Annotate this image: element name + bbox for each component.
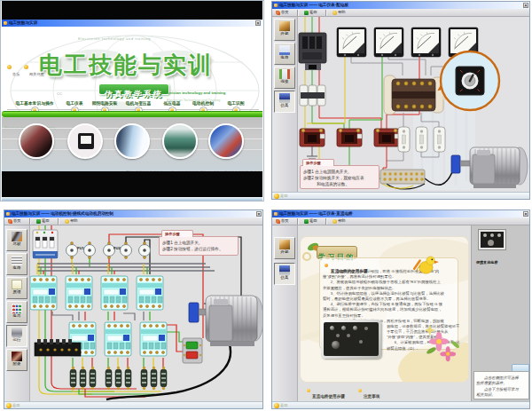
- circuit-breaker[interactable]: [33, 230, 58, 258]
- help-button[interactable]: 帮助: [331, 9, 352, 16]
- music-label[interactable]: 音乐: [12, 64, 25, 80]
- sidebar-button-equipment[interactable]: 器材: [6, 229, 27, 251]
- window-icon: [6, 212, 10, 216]
- photo-components[interactable]: [208, 123, 244, 159]
- home-button[interactable]: 首页: [274, 217, 295, 225]
- sidebar-button-run[interactable]: 运行: [6, 325, 27, 347]
- parts-sidebar: 便携直流电桥 帮 助 点击右侧图片可选择 您所需要的器件。 点击下方按钮可学习 …: [471, 225, 529, 401]
- sidebar-button-simulation[interactable]: 仿真: [274, 91, 295, 113]
- fuse-trio: [300, 85, 325, 106]
- thumbnail-label-wrap: 便携直流电桥: [475, 252, 514, 268]
- status-hint: 返回: [280, 403, 287, 408]
- status-ball-icon[interactable]: [274, 403, 279, 408]
- home-button[interactable]: 首页: [274, 9, 295, 16]
- home-icon: [8, 219, 12, 224]
- info-dot-icon[interactable]: [24, 65, 28, 69]
- toolbar-separator: [297, 10, 299, 16]
- contactor-1: [30, 276, 57, 310]
- sidebar-button-appearance[interactable]: 外观: [274, 237, 295, 259]
- meter-toolbar: 首页 返回 帮助: [272, 9, 529, 17]
- sidebar-button-simulation[interactable]: 仿真: [274, 263, 295, 285]
- status-ball-icon[interactable]: [6, 403, 12, 408]
- appendix-icon: [12, 352, 22, 361]
- motor-statusbar: 返回: [4, 401, 262, 408]
- sidebar-button-appendix[interactable]: 附录: [6, 349, 27, 371]
- home-button[interactable]: 首页: [6, 217, 27, 225]
- run-icon: [12, 328, 22, 337]
- step-line: 和电流表的读数。: [303, 181, 353, 186]
- help-tab[interactable]: 帮 助: [512, 364, 529, 371]
- photo-strip: Electrician technology and training 研制：大…: [2, 117, 262, 171]
- window-icon: [4, 21, 7, 25]
- sidebar-button-circuit[interactable]: 电路: [274, 43, 295, 65]
- big-knob-icon: [332, 341, 340, 349]
- resistor-bank-2: [106, 367, 131, 390]
- knob-icon: [359, 340, 363, 344]
- splash-black-bottom: [2, 171, 262, 197]
- window-title: 电工技能与实训: [9, 20, 37, 27]
- sidebar-button-principle[interactable]: 原理: [6, 277, 27, 299]
- bridge-photo: [321, 320, 381, 359]
- back-button[interactable]: 返回: [302, 9, 324, 16]
- window-title: 电工技能与实训 —— 电工仪表·直流电桥: [279, 211, 353, 217]
- knob-icon: [364, 327, 368, 330]
- meter-sim-area: 操作步骤 步骤1 合上电源隔离开关。 步骤2 按动转换开关，观察电压表 和电流表…: [298, 17, 529, 192]
- help-icon: [65, 219, 69, 224]
- meter-1: [337, 28, 366, 57]
- sidebar-button-wiring[interactable]: 连接: [274, 67, 295, 89]
- back-button[interactable]: 返回: [302, 217, 324, 225]
- home-icon: [276, 11, 280, 15]
- close-icon[interactable]: ×: [255, 20, 261, 26]
- photo-device[interactable]: [114, 123, 150, 159]
- resistor-bank-1: [70, 367, 96, 390]
- sidebar-button-devices[interactable]: 电器: [6, 301, 27, 323]
- toolbar-separator: [325, 218, 327, 225]
- help-icon: [332, 219, 337, 224]
- back-button[interactable]: 返回: [35, 217, 56, 225]
- sidebar-button-circuit[interactable]: 电路: [6, 253, 27, 275]
- current-transformer-3: [374, 129, 399, 146]
- link-notes[interactable]: 注意事项: [364, 386, 388, 402]
- link-dot-icon: [307, 389, 310, 392]
- music-dot-icon[interactable]: [7, 65, 12, 69]
- bridge-content-area: 学习目的 直流电桥的使用步骤 1、测量前先打开检流计锁扣，即将 G 接线柱处的金…: [298, 225, 529, 401]
- fuse-cutout-2: [416, 127, 427, 152]
- knob-icon: [347, 334, 350, 337]
- help-button[interactable]: 帮助: [331, 217, 352, 225]
- toolbar-separator: [58, 218, 59, 225]
- step-line: 步骤2 按动按钮，进行运行操作。: [162, 246, 212, 250]
- operation-steps-tab: 操作步骤: [161, 230, 193, 237]
- contactor-4: [137, 276, 163, 310]
- help-button[interactable]: 帮助: [63, 217, 84, 225]
- main-title: 电工技能与实训: [39, 50, 213, 81]
- link-usage-steps[interactable]: 直流电桥使用步骤: [312, 386, 362, 402]
- terminal-strip: [380, 170, 425, 184]
- status-hint: 返回: [12, 403, 20, 408]
- current-transformer-2: [337, 129, 362, 146]
- knob-icon: [490, 233, 494, 237]
- operation-steps-tab: 操作步骤: [302, 159, 334, 166]
- knob-icon: [497, 233, 501, 237]
- bridge-thumbnail[interactable]: [478, 229, 506, 250]
- close-icon[interactable]: ×: [523, 3, 528, 8]
- thumbnail-label: 便携直流电桥: [476, 260, 497, 265]
- knob-icon: [483, 233, 487, 237]
- link-dot-icon: [358, 389, 362, 392]
- wiring-icon: [279, 69, 290, 79]
- breaker[interactable]: [299, 33, 326, 70]
- photo-tools[interactable]: [19, 123, 54, 159]
- splash-black-top: [2, 1, 262, 20]
- close-icon[interactable]: ×: [256, 211, 262, 217]
- equipment-icon: [12, 232, 22, 241]
- status-ball-icon[interactable]: [274, 194, 279, 199]
- meter-statusbar: 返回: [272, 192, 529, 199]
- close-icon[interactable]: ×: [523, 211, 528, 217]
- photo-motor[interactable]: [162, 123, 198, 159]
- splash-window: 电工技能与实训 × Electricien technology and tra…: [0, 0, 264, 202]
- sidebar-button-appearance[interactable]: 外观: [274, 19, 295, 41]
- fuse-3: [104, 242, 115, 259]
- appearance-icon: [279, 21, 290, 31]
- big-knob-icon: [488, 240, 494, 246]
- photo-meter[interactable]: [67, 123, 103, 159]
- button-box[interactable]: [183, 338, 202, 363]
